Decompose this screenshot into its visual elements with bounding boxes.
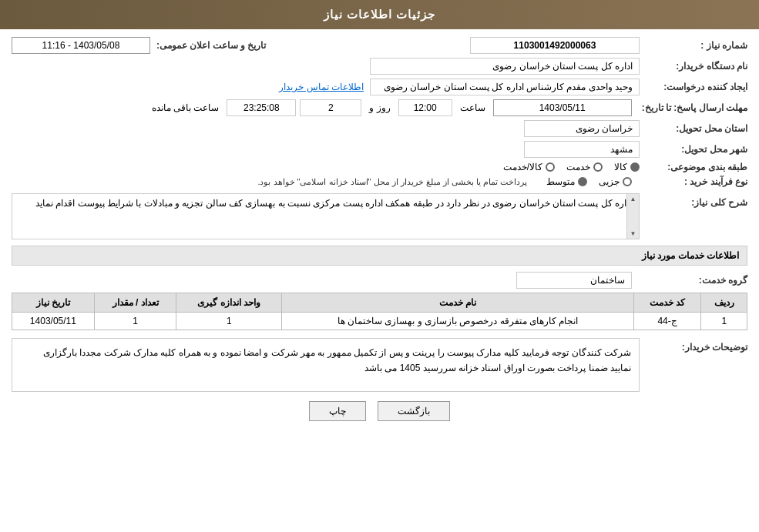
table-cell: 1403/05/11 bbox=[12, 313, 95, 330]
mohlat-row: مهلت ارسال پاسخ: تا تاریخ: 1403/05/11 سا… bbox=[12, 99, 747, 116]
mohlat-saat-value: 12:00 bbox=[398, 99, 452, 116]
col-tedaad: تعداد / مقدار bbox=[94, 293, 176, 313]
radio-mottawaset-label: متوسط bbox=[546, 176, 575, 187]
page-header: جزئیات اطلاعات نیاز bbox=[0, 0, 759, 29]
radio-khedmat-circle bbox=[593, 162, 603, 172]
tarikh-elam-label: تاریخ و ساعت اعلان عمومی: bbox=[150, 40, 266, 51]
group-service-value: ساختمان bbox=[516, 272, 632, 289]
table-cell: انجام کارهای متفرقه درخصوص بازسازی و بهس… bbox=[282, 313, 634, 330]
radio-jozei: جزیی bbox=[599, 176, 632, 187]
content-area: شماره نیاز : 1103001492000063 تاریخ و سا… bbox=[0, 29, 759, 437]
purchase-note: پرداخت تمام یا بخشی از مبلغ خریدار از مح… bbox=[257, 177, 527, 187]
ostan-tahvil-value: خراسان رضوی bbox=[524, 120, 640, 137]
shmare-niaz-label: شماره نیاز : bbox=[640, 40, 747, 51]
col-radif: ردیف bbox=[701, 293, 747, 313]
radio-khedmat-label: خدمت bbox=[566, 162, 590, 172]
table-cell: 1 bbox=[176, 313, 282, 330]
shahr-tahvil-value: مشهد bbox=[524, 141, 640, 158]
radio-khedmat: خدمت bbox=[566, 162, 603, 172]
scroll-up-arrow[interactable]: ▲ bbox=[630, 196, 636, 202]
nooe-radio-group: جزیی متوسط bbox=[546, 176, 632, 187]
shahr-tahvil-label: شهر محل تحویل: bbox=[640, 144, 747, 155]
sharh-container: اداره کل پست استان خراسان رضوی در نظر دا… bbox=[12, 193, 640, 239]
radio-kala: کالا bbox=[614, 162, 640, 172]
tabaqe-label: طبقه بندی موضوعی: bbox=[640, 162, 747, 172]
ostan-tahvil-label: استان محل تحویل: bbox=[640, 123, 747, 134]
mohlat-saat-label: ساعت bbox=[456, 102, 489, 113]
radio-kala-khedmat: کالا/خدمت bbox=[503, 162, 555, 172]
table-cell: ج-44 bbox=[633, 313, 701, 330]
sharh-value: اداره کل پست استان خراسان رضوی در نظر دا… bbox=[12, 193, 640, 239]
mohlat-baqi-value: 23:25:08 bbox=[227, 99, 296, 116]
table-header-row: ردیف کد خدمت نام خدمت واحد اندازه گیری ت… bbox=[12, 293, 747, 313]
table-cell: 1 bbox=[701, 313, 747, 330]
shmare-niaz-row: شماره نیاز : 1103001492000063 تاریخ و سا… bbox=[12, 37, 747, 54]
col-kod: کد خدمت bbox=[633, 293, 701, 313]
mohlat-roz-label: روز و bbox=[365, 102, 394, 113]
shahr-tahvil-row: شهر محل تحویل: مشهد bbox=[12, 141, 747, 158]
services-title-text: اطلاعات خدمات مورد نیاز bbox=[642, 250, 739, 261]
table-row: 1ج-44انجام کارهای متفرقه درخصوص بازسازی … bbox=[12, 313, 747, 330]
nooe-farayand-label: نوع فرآیند خرید : bbox=[640, 176, 747, 187]
radio-mottawaset-circle bbox=[578, 177, 587, 186]
back-button[interactable]: بازگشت bbox=[378, 401, 450, 421]
group-service-label: گروه خدمت: bbox=[640, 275, 747, 286]
tawzih-label: توضیحات خریدار: bbox=[640, 338, 747, 353]
col-tarikh: تاریخ نیاز bbox=[12, 293, 95, 313]
nam-dastgah-label: نام دستگاه خریدار: bbox=[640, 61, 747, 72]
ijad-value: وحید واحدی مقدم کارشناس اداره کل پست است… bbox=[370, 79, 640, 95]
tawzih-value: شرکت کنندگان توجه فرمایید کلیه مدارک پیو… bbox=[12, 338, 640, 392]
sharh-row: شرح کلی نیاز: اداره کل پست استان خراسان … bbox=[12, 193, 747, 239]
shmare-niaz-value: 1103001492000063 bbox=[470, 37, 640, 54]
nooe-farayand-row: نوع فرآیند خرید : جزیی متوسط پرداخت تمام… bbox=[12, 176, 747, 187]
radio-kala-label: کالا bbox=[614, 162, 627, 172]
tabaqe-radio-group: کالا خدمت کالا/خدمت bbox=[503, 162, 640, 172]
header-title: جزئیات اطلاعات نیاز bbox=[324, 8, 435, 21]
mohlat-label: مهلت ارسال پاسخ: تا تاریخ: bbox=[636, 102, 747, 113]
buttons-row: بازگشت چاپ bbox=[12, 401, 747, 421]
radio-jozei-circle bbox=[623, 177, 632, 186]
radio-kala-khedmat-circle bbox=[546, 162, 555, 172]
ijad-label: ایجاد کننده درخواست: bbox=[640, 82, 747, 92]
col-nam: نام خدمت bbox=[282, 293, 634, 313]
sharh-label: شرح کلی نیاز: bbox=[640, 193, 747, 208]
radio-mottawaset: متوسط bbox=[546, 176, 587, 187]
print-button[interactable]: چاپ bbox=[309, 401, 366, 421]
etelaat-tamas-link[interactable]: اطلاعات تماس خریدار bbox=[273, 82, 370, 92]
scroll-down-arrow[interactable]: ▼ bbox=[630, 230, 636, 237]
tawzih-text: شرکت کنندگان توجه فرمایید کلیه مدارک پیو… bbox=[43, 347, 631, 373]
group-service-row: گروه خدمت: ساختمان bbox=[12, 272, 747, 289]
nam-dastgah-value: اداره کل پست استان خراسان رضوی bbox=[370, 58, 640, 75]
mohlat-date: 1403/05/11 bbox=[493, 99, 632, 116]
col-vahed: واحد اندازه گیری bbox=[176, 293, 282, 313]
nam-dastgah-row: نام دستگاه خریدار: اداره کل پست استان خر… bbox=[12, 58, 747, 75]
page-container: جزئیات اطلاعات نیاز شماره نیاز : 1103001… bbox=[0, 0, 759, 532]
radio-kala-khedmat-label: کالا/خدمت bbox=[503, 162, 542, 172]
ostan-tahvil-row: استان محل تحویل: خراسان رضوی bbox=[12, 120, 747, 137]
tabaqe-row: طبقه بندی موضوعی: کالا خدمت کالا/خدمت bbox=[12, 162, 747, 172]
services-section-title: اطلاعات خدمات مورد نیاز bbox=[12, 246, 747, 266]
mohlat-baqi-label: ساعت باقی مانده bbox=[148, 102, 223, 113]
table-cell: 1 bbox=[94, 313, 176, 330]
mohlat-roz-value: 2 bbox=[300, 99, 361, 116]
sharh-text: اداره کل پست استان خراسان رضوی در نظر دا… bbox=[35, 198, 633, 209]
sharh-scrollbar[interactable]: ▲ ▼ bbox=[626, 194, 639, 239]
ijad-row: ایجاد کننده درخواست: وحید واحدی مقدم کار… bbox=[12, 79, 747, 95]
tawzih-row: توضیحات خریدار: شرکت کنندگان توجه فرمایی… bbox=[12, 338, 747, 392]
services-table: ردیف کد خدمت نام خدمت واحد اندازه گیری ت… bbox=[12, 293, 747, 330]
radio-kala-circle bbox=[630, 162, 640, 172]
radio-jozei-label: جزیی bbox=[599, 176, 620, 187]
tarikh-elam-value: 1403/05/08 - 11:16 bbox=[12, 37, 150, 54]
